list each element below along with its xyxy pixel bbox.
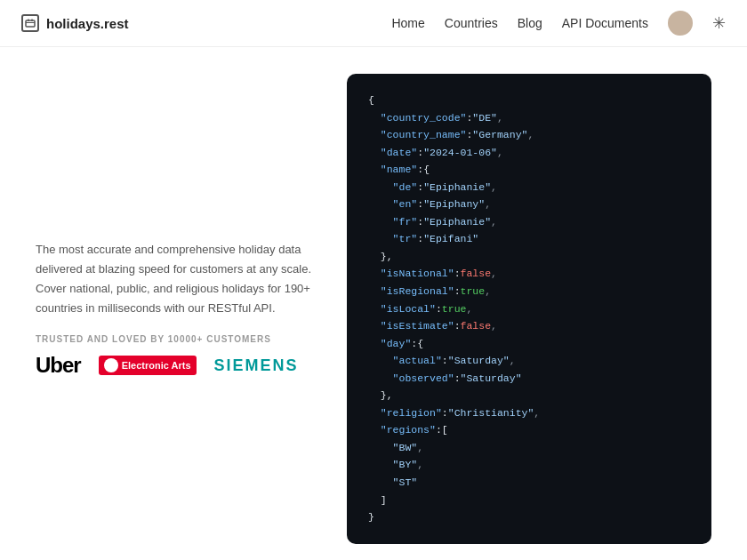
siemens-logo: SIEMENS (214, 356, 299, 375)
hero-trusted-label: TRUSTED AND LOVED BY 10000+ CUSTOMERS (36, 334, 320, 344)
hero-description: The most accurate and comprehensive holi… (36, 240, 320, 318)
brand-logo[interactable]: holidays.rest (21, 14, 129, 32)
nav-home[interactable]: Home (391, 16, 424, 30)
nav-blog[interactable]: Blog (518, 16, 542, 30)
nav-countries[interactable]: Countries (445, 16, 498, 30)
navbar: holidays.rest Home Countries Blog API Do… (0, 0, 747, 47)
hero-section: The most accurate and comprehensive holi… (0, 47, 747, 560)
user-avatar[interactable] (668, 11, 693, 36)
ea-logo: Electronic Arts (99, 356, 197, 375)
trusted-logos: Uber Electronic Arts SIEMENS (36, 353, 320, 378)
nav-links: Home Countries Blog API Documents ✳ (391, 11, 726, 36)
uber-logo: Uber (36, 353, 81, 378)
svg-rect-0 (26, 20, 35, 27)
settings-icon[interactable]: ✳ (712, 13, 726, 33)
code-block: { "country_code":"DE", "country_name":"G… (347, 74, 711, 544)
nav-api-docs[interactable]: API Documents (562, 16, 648, 30)
brand-icon (21, 14, 39, 32)
hero-right: { "country_code":"DE", "country_name":"G… (347, 74, 711, 544)
hero-left: The most accurate and comprehensive holi… (36, 240, 320, 378)
brand-name: holidays.rest (46, 16, 129, 31)
